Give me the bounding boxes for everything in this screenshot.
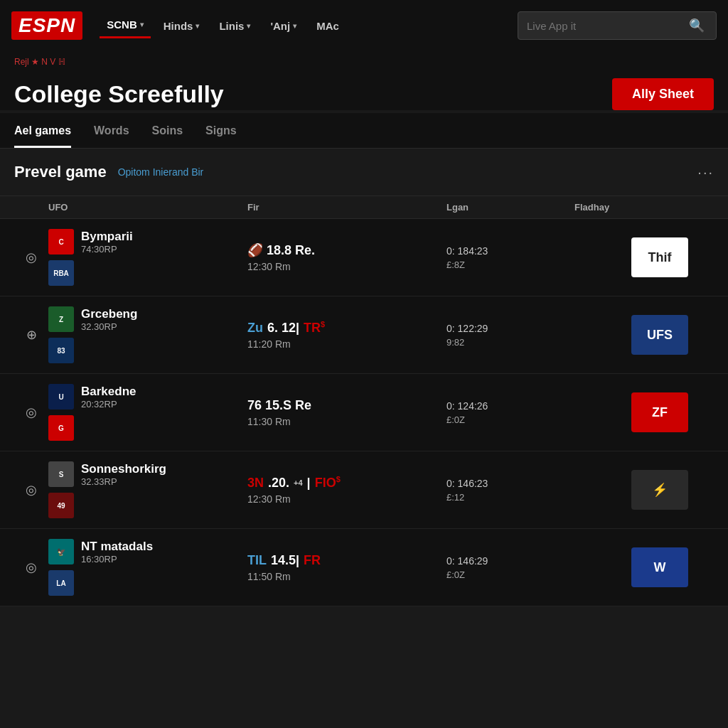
lgan-bottom: £:12 (446, 492, 574, 503)
team-name-1: NT matadals (81, 540, 153, 554)
tab-ael-games[interactable]: Ael games (14, 113, 71, 148)
table-row[interactable]: ⊕ Z Grcebeng 32.30RP 83 Zu 6. 12|TR$ 11:… (0, 296, 728, 374)
fladhay-col: ZF (574, 392, 688, 432)
lgan-col: 0: 184:23 £:8Z (446, 245, 574, 270)
lgan-top: 0: 124:26 (446, 400, 574, 412)
team-col: U Barkedne 20:32RP G (48, 384, 247, 441)
ally-sheet-button[interactable]: Ally Sheet (612, 78, 714, 110)
tab-soins[interactable]: Soins (152, 113, 183, 148)
lgan-bottom: 9:82 (446, 337, 574, 348)
sponsor-logo: UFS (631, 315, 688, 355)
fir-time: 11:30 Rm (247, 416, 446, 427)
tab-words[interactable]: Words (94, 113, 129, 148)
fir-time: 12:30 Rm (247, 493, 446, 505)
fladhay-col: ⚡ (574, 470, 688, 510)
team-entry-1: U Barkedne 20:32RP (48, 384, 247, 410)
sponsor-logo: W (631, 547, 688, 587)
table-row[interactable]: ◎ 🦅 NT matadals 16:30RP LA TIL 14.5|FR 1… (0, 529, 728, 606)
row-icon: ◎ (14, 250, 48, 265)
team-logo-1: U (48, 384, 74, 410)
team-entry-1: C Bymparii 74:30RP (48, 229, 247, 255)
page-header: College Screefully Ally Sheet (0, 73, 728, 110)
team-logo-2: G (48, 415, 74, 441)
breadcrumb: Rejl ★ N V ℍ (0, 51, 728, 73)
sponsor-logo: ⚡ (631, 470, 688, 510)
team-entry-1: S Sonneshorkirg 32.33RP (48, 461, 247, 487)
lgan-bottom: £:0Z (446, 569, 574, 580)
th-ufo: UFO (48, 202, 247, 213)
team-name-1: Bymparii (81, 230, 133, 244)
fir-col: 3N.20.+4 |FIO$ 12:30 Rm (247, 475, 446, 505)
team-record-1: 16:30RP (81, 554, 153, 564)
fir-time: 12:30 Rm (247, 261, 446, 272)
section-subtitle[interactable]: Opitom Inierand Bir (118, 166, 204, 178)
row-icon: ◎ (14, 405, 48, 420)
fladhay-col: Thif (574, 237, 688, 277)
page-title: College Screefully (14, 80, 224, 108)
team-name-1: Sonneshorkirg (81, 462, 166, 476)
table-row[interactable]: ◎ C Bymparii 74:30RP RBA 🏈 18.8 Re. 12:3… (0, 219, 728, 296)
navbar: ESPN SCNB ▾ Hinds ▾ Linis ▾ 'Anj ▾ MAc 🔍 (0, 0, 728, 51)
team-record-1: 74:30RP (81, 244, 133, 255)
team-entry-2: G (48, 415, 247, 441)
table-header: UFO Fir Lgan Fladhay (0, 196, 728, 219)
row-icon: ◎ (14, 482, 48, 498)
fladhay-col: W (574, 547, 688, 587)
fir-score: 🏈 18.8 Re. (247, 242, 446, 258)
lgan-col: 0: 146:23 £:12 (446, 478, 574, 503)
chevron-down-icon: ▾ (247, 22, 250, 30)
th-fladhay: Fladhay (574, 202, 688, 213)
more-options-icon[interactable]: ··· (697, 164, 714, 181)
team-logo-1: 🦅 (48, 539, 74, 564)
section-title: Prevel game (14, 163, 107, 181)
row-icon: ⊕ (14, 327, 48, 343)
th-lgan: Lgan (446, 202, 574, 213)
fir-score: TIL 14.5|FR (247, 553, 446, 568)
nav-item-scnb[interactable]: SCNB ▾ (100, 13, 151, 38)
lgan-bottom: £:0Z (446, 414, 574, 425)
team-entry-1: 🦅 NT matadals 16:30RP (48, 539, 247, 564)
lgan-top: 0: 146:29 (446, 555, 574, 567)
lgan-col: 0: 124:26 £:0Z (446, 400, 574, 425)
team-entry-2: 83 (48, 338, 247, 363)
team-entry-2: RBA (48, 260, 247, 286)
team-entry-2: 49 (48, 493, 247, 518)
team-record-1: 32.33RP (81, 476, 166, 487)
tab-signs[interactable]: Signs (205, 113, 237, 148)
team-logo-2: 83 (48, 338, 74, 363)
espn-logo[interactable]: ESPN (11, 11, 82, 40)
table-row[interactable]: ◎ U Barkedne 20:32RP G 76 15.S Re 11:30 … (0, 374, 728, 451)
nav-item-linis[interactable]: Linis ▾ (212, 14, 257, 38)
team-record-1: 32.30RP (81, 321, 137, 332)
team-logo-2: RBA (48, 260, 74, 286)
search-input[interactable] (527, 20, 683, 32)
games-list: ◎ C Bymparii 74:30RP RBA 🏈 18.8 Re. 12:3… (0, 219, 728, 606)
team-col: Z Grcebeng 32.30RP 83 (48, 306, 247, 363)
team-logo-1: Z (48, 306, 74, 332)
tabs: Ael games Words Soins Signs (0, 113, 728, 149)
lgan-top: 0: 122:29 (446, 323, 574, 334)
search-bar[interactable]: 🔍 (518, 11, 717, 40)
sponsor-logo: ZF (631, 392, 688, 432)
team-col: 🦅 NT matadals 16:30RP LA (48, 539, 247, 596)
fir-time: 11:20 Rm (247, 338, 446, 350)
lgan-top: 0: 146:23 (446, 478, 574, 489)
nav-item-mac[interactable]: MAc (309, 14, 346, 38)
nav-items: SCNB ▾ Hinds ▾ Linis ▾ 'Anj ▾ MAc (100, 13, 500, 38)
team-logo-2: LA (48, 570, 74, 596)
team-logo-2: 49 (48, 493, 74, 518)
fir-col: 🏈 18.8 Re. 12:30 Rm (247, 242, 446, 272)
fir-col: 76 15.S Re 11:30 Rm (247, 398, 446, 427)
fladhay-col: UFS (574, 315, 688, 355)
nav-item-anj[interactable]: 'Anj ▾ (263, 14, 304, 38)
nav-item-hinds[interactable]: Hinds ▾ (156, 14, 207, 38)
team-record-1: 20:32RP (81, 399, 136, 410)
row-icon: ◎ (14, 560, 48, 575)
team-name-1: Barkedne (81, 385, 136, 399)
search-icon[interactable]: 🔍 (689, 18, 705, 33)
lgan-top: 0: 184:23 (446, 245, 574, 257)
th-fir: Fir (247, 202, 446, 213)
fir-col: TIL 14.5|FR 11:50 Rm (247, 553, 446, 582)
table-row[interactable]: ◎ S Sonneshorkirg 32.33RP 49 3N.20.+4 |F… (0, 451, 728, 529)
team-logo-1: S (48, 461, 74, 487)
